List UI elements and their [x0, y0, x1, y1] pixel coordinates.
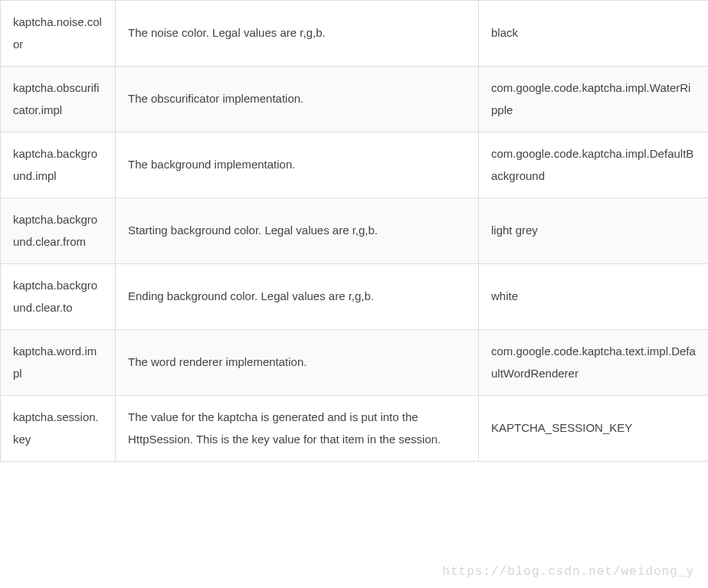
- table-row: kaptcha.obscurificator.impl The obscurif…: [1, 67, 709, 132]
- table-row: kaptcha.word.impl The word renderer impl…: [1, 330, 709, 396]
- watermark-text: https://blog.csdn.net/weidong_y: [442, 565, 694, 579]
- config-val: white: [479, 264, 709, 330]
- config-key: kaptcha.noise.color: [1, 1, 116, 67]
- table-row: kaptcha.session.key The value for the ka…: [1, 396, 709, 462]
- config-desc: The noise color. Legal values are r,g,b.: [116, 1, 479, 67]
- config-desc: The obscurificator implementation.: [116, 67, 479, 132]
- config-key: kaptcha.session.key: [1, 396, 116, 462]
- config-val: com.google.code.kaptcha.impl.WaterRipple: [479, 67, 709, 132]
- config-table: kaptcha.noise.color The noise color. Leg…: [0, 0, 708, 462]
- config-desc: The word renderer implementation.: [116, 330, 479, 396]
- table-row: kaptcha.background.clear.to Ending backg…: [1, 264, 709, 330]
- config-key: kaptcha.word.impl: [1, 330, 116, 396]
- config-val: black: [479, 1, 709, 67]
- config-val: KAPTCHA_SESSION_KEY: [479, 396, 709, 462]
- table-row: kaptcha.background.clear.from Starting b…: [1, 198, 709, 264]
- config-key: kaptcha.obscurificator.impl: [1, 67, 116, 132]
- config-val: com.google.code.kaptcha.text.impl.Defaul…: [479, 330, 709, 396]
- config-key: kaptcha.background.impl: [1, 132, 116, 198]
- table-row: kaptcha.background.impl The background i…: [1, 132, 709, 198]
- config-desc: The value for the kaptcha is generated a…: [116, 396, 479, 462]
- config-val: light grey: [479, 198, 709, 264]
- config-desc: Starting background color. Legal values …: [116, 198, 479, 264]
- config-desc: Ending background color. Legal values ar…: [116, 264, 479, 330]
- config-val: com.google.code.kaptcha.impl.DefaultBack…: [479, 132, 709, 198]
- config-desc: The background implementation.: [116, 132, 479, 198]
- table-row: kaptcha.noise.color The noise color. Leg…: [1, 1, 709, 67]
- config-key: kaptcha.background.clear.from: [1, 198, 116, 264]
- config-key: kaptcha.background.clear.to: [1, 264, 116, 330]
